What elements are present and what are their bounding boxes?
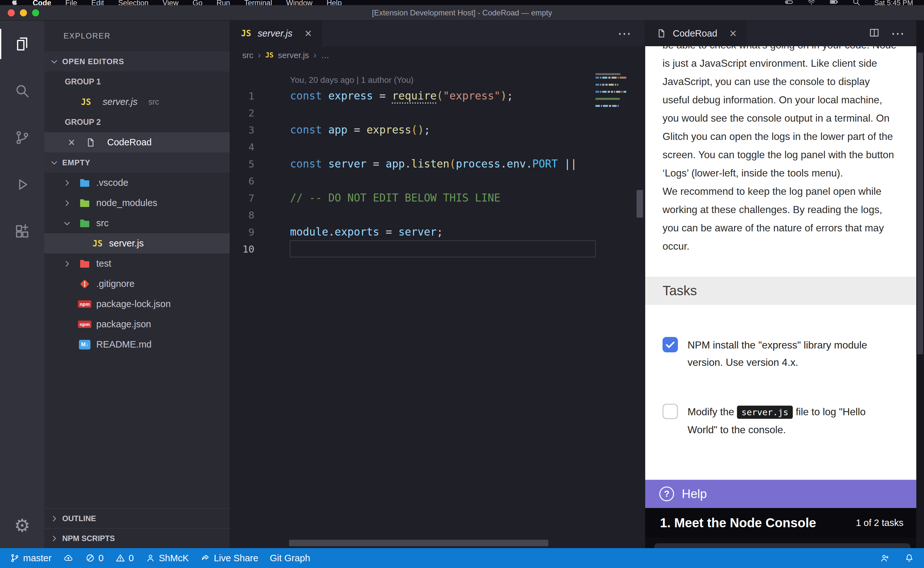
breadcrumb-src[interactable]: src: [242, 50, 253, 60]
minimap[interactable]: [595, 73, 626, 112]
editor-horizontal-scrollbar[interactable]: [289, 540, 548, 546]
wifi-icon[interactable]: [807, 0, 816, 5]
tree-item-server-js[interactable]: JSserver.js: [44, 233, 230, 254]
line-number[interactable]: 1: [230, 90, 269, 102]
menu-item-edit[interactable]: Edit: [92, 0, 104, 5]
status-0[interactable]: 0: [115, 553, 134, 563]
task-checkbox-checked[interactable]: [663, 337, 678, 352]
split-editor-icon[interactable]: [868, 27, 880, 40]
close-window-button[interactable]: [8, 9, 15, 17]
breadcrumb[interactable]: src›JSserver.js›…: [230, 46, 645, 64]
code-editor[interactable]: You, 20 days ago | 1 author (You)1const …: [230, 64, 645, 548]
lesson-paragraph: be able to check what's going on in your…: [663, 46, 899, 182]
activity-items: [0, 21, 44, 255]
tree-item-gitignore[interactable]: .gitignore: [44, 274, 230, 294]
code-line-1[interactable]: 1const express = require("express");: [230, 87, 645, 104]
tree-item-package-lock-json[interactable]: npmpackage-lock.json: [44, 294, 230, 314]
open-editor-server-js[interactable]: JSserver.jssrc: [44, 92, 230, 112]
code-line-8[interactable]: 8: [230, 206, 645, 224]
tree-item-package-json[interactable]: npmpackage.json: [44, 314, 230, 334]
status-cloud-upload[interactable]: [63, 553, 74, 563]
status-0[interactable]: 0: [85, 553, 104, 563]
help-icon: ?: [659, 486, 674, 501]
editor-more-actions-icon[interactable]: ⋯: [618, 26, 645, 41]
titlebar[interactable]: [Extension Development Host] - CodeRoad …: [0, 5, 924, 21]
apple-menu-icon[interactable]: [11, 0, 19, 5]
menu-item-help[interactable]: Help: [327, 0, 342, 5]
menu-item-run[interactable]: Run: [217, 0, 230, 5]
line-number[interactable]: 2: [230, 107, 269, 119]
zoom-window-button[interactable]: [32, 9, 39, 17]
breadcrumb-more[interactable]: …: [321, 50, 329, 60]
workspace-header-empty[interactable]: EMPTY: [44, 153, 230, 173]
line-number[interactable]: 5: [230, 158, 269, 170]
activity-source-control-icon[interactable]: [0, 114, 44, 161]
menubar-clock[interactable]: Sat 5:45 PM: [874, 0, 913, 5]
bell-icon[interactable]: [904, 553, 914, 563]
line-number[interactable]: 3: [230, 124, 269, 136]
tab-coderoad[interactable]: CodeRoad ×: [645, 21, 746, 46]
code-line-4[interactable]: 4: [230, 138, 645, 155]
code-line-9[interactable]: 9module.exports = server;: [230, 224, 645, 240]
chevron-right-icon: [50, 514, 59, 523]
menu-item-selection[interactable]: Selection: [118, 0, 149, 5]
current-line-highlight: [290, 240, 596, 257]
editor-vertical-scrollbar[interactable]: [636, 190, 643, 218]
settings-gear-icon[interactable]: ⚙: [0, 503, 44, 548]
line-number[interactable]: 7: [230, 192, 269, 204]
tab-server-js[interactable]: JS server.js ×: [230, 21, 322, 46]
section-npm-scripts[interactable]: NPM SCRIPTS: [44, 528, 230, 548]
menu-item-terminal[interactable]: Terminal: [244, 0, 272, 5]
line-number[interactable]: 9: [230, 226, 269, 238]
scrollbar-thumb[interactable]: [917, 53, 923, 354]
activity-run-debug-icon[interactable]: [0, 161, 44, 208]
panel-scrollbar[interactable]: [916, 21, 924, 548]
code-line-3[interactable]: 3const app = express();: [230, 121, 645, 138]
code-line-5[interactable]: 5const server = app.listen(process.env.P…: [230, 155, 645, 172]
menu-item-view[interactable]: View: [163, 0, 178, 5]
close-icon[interactable]: ×: [67, 137, 76, 147]
menu-item-go[interactable]: Go: [193, 0, 202, 5]
menu-item-window[interactable]: Window: [286, 0, 312, 5]
invite-icon[interactable]: [880, 553, 890, 563]
open-editor-coderoad[interactable]: ×CodeRoad: [44, 132, 230, 153]
line-number[interactable]: 4: [230, 141, 269, 153]
more-actions-icon[interactable]: ⋯: [891, 26, 905, 41]
code-line-10[interactable]: 10: [230, 240, 645, 257]
code-line-6[interactable]: 6: [230, 172, 645, 189]
menu-item-file[interactable]: File: [65, 0, 77, 5]
minimize-window-button[interactable]: [20, 9, 27, 17]
chevron-spacer: [62, 279, 72, 289]
tree-item-test[interactable]: test: [44, 254, 230, 274]
tree-item-node-modules[interactable]: node_modules: [44, 193, 230, 213]
display-icon[interactable]: [784, 0, 793, 5]
js-file-icon: JS: [240, 27, 253, 40]
activity-explorer-icon[interactable]: [0, 21, 44, 67]
line-number[interactable]: 8: [230, 209, 269, 221]
spotlight-icon[interactable]: [852, 0, 861, 5]
breadcrumb-server-js[interactable]: server.js: [278, 50, 309, 60]
status-master[interactable]: master: [10, 553, 52, 563]
battery-icon[interactable]: [829, 0, 838, 5]
status-shmck[interactable]: ShMcK: [145, 553, 188, 563]
tree-item-vscode[interactable]: .vscode: [44, 173, 230, 193]
task-checkbox-unchecked[interactable]: [663, 404, 678, 419]
help-bar[interactable]: ? Help: [645, 480, 916, 508]
tree-item-readme-md[interactable]: M↓README.md: [44, 334, 230, 355]
continue-button-edge[interactable]: [654, 543, 910, 548]
close-tab-icon[interactable]: ×: [730, 27, 737, 39]
line-number[interactable]: 10: [230, 243, 269, 255]
status-git-graph[interactable]: Git Graph: [270, 553, 310, 563]
menu-item-code[interactable]: Code: [33, 0, 51, 5]
code-line-7[interactable]: 7// -- DO NOT EDIT BELOW THIS LINE: [230, 189, 645, 206]
activity-extensions-icon[interactable]: [0, 208, 44, 255]
code-line-2[interactable]: 2: [230, 104, 645, 121]
activity-search-icon[interactable]: [0, 67, 44, 114]
status-live-share[interactable]: Live Share: [200, 553, 258, 563]
close-tab-icon[interactable]: ×: [305, 27, 312, 39]
line-number[interactable]: 6: [230, 175, 269, 187]
section-outline[interactable]: OUTLINE: [44, 508, 230, 528]
gitlens-annotation[interactable]: You, 20 days ago | 1 author (You): [290, 73, 645, 87]
open-editors-header[interactable]: OPEN EDITORS: [44, 51, 230, 71]
tree-item-src[interactable]: src: [44, 213, 230, 233]
